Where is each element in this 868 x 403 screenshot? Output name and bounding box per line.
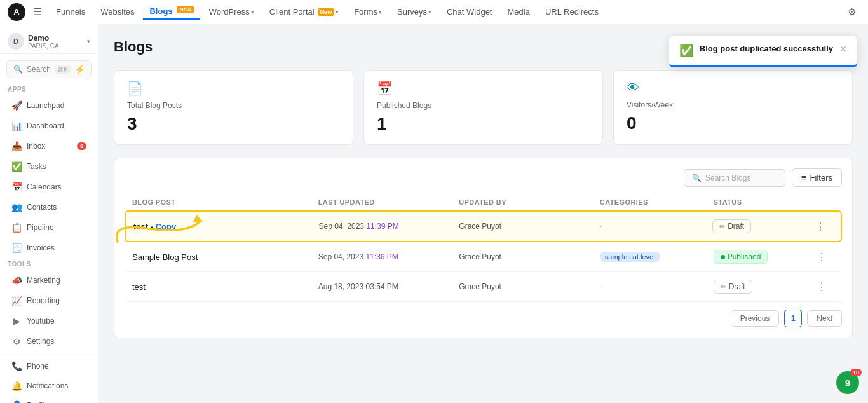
search-blogs-input[interactable]: 🔍 Search Blogs	[684, 169, 785, 187]
author-2: Grace Puyot	[459, 282, 595, 291]
sidebar-bottom: 📞 Phone 🔔 Notifications 👤 Profile	[0, 352, 98, 403]
toast-message: Blog post duplicated successfully	[700, 43, 833, 55]
nav-media[interactable]: Media	[501, 4, 536, 19]
blog-title-1[interactable]: Sample Blog Post	[132, 252, 313, 262]
top-nav-gear[interactable]: ⚙	[843, 3, 860, 21]
sidebar-item-marketing[interactable]: 📣 Marketing	[4, 271, 94, 290]
nav-chat-widget[interactable]: Chat Widget	[440, 4, 499, 19]
nav-client-portal[interactable]: Client Portal New ▾	[263, 4, 345, 19]
nav-websites[interactable]: Websites	[94, 4, 140, 19]
main-content: Blogs 💬 Send Feedback ⚙ 📄 Total Blog Pos…	[98, 24, 868, 403]
account-name: Demo	[28, 34, 59, 43]
row-menu-2[interactable]: ⋮	[809, 281, 834, 293]
blog-title-0[interactable]: test - Copy	[133, 222, 314, 231]
filters-button[interactable]: ≡ Filters	[792, 168, 842, 187]
sidebar-item-pipeline[interactable]: 📋 Pipeline	[4, 218, 94, 237]
top-nav: A ☰ Funnels Websites Blogs New WordPress…	[0, 0, 868, 24]
nav-funnels[interactable]: Funnels	[50, 4, 92, 19]
invoices-icon: 🧾	[11, 243, 22, 253]
stat-total-blog-posts: 📄 Total Blog Posts 3	[114, 70, 353, 145]
pencil-icon: ✏	[721, 283, 726, 291]
sidebar-item-tasks[interactable]: ✅ Tasks	[4, 157, 94, 176]
sidebar-item-profile[interactable]: 👤 Profile	[4, 396, 94, 403]
sidebar-item-dashboard[interactable]: 📊 Dashboard	[4, 116, 94, 135]
search-blogs-icon: 🔍	[692, 174, 702, 182]
status-1[interactable]: Published	[714, 250, 804, 264]
sidebar-item-youtube[interactable]: ▶ Youtube	[4, 311, 94, 331]
previous-button[interactable]: Previous	[731, 310, 780, 327]
date-2: Aug 18, 2023 03:54 PM	[318, 282, 454, 291]
table-row: Sample Blog Post Sep 04, 2023 11:36 PM G…	[125, 242, 842, 272]
blogs-badge: New	[177, 6, 194, 13]
stat-visitors-week: 👁 Visitors/Week 0	[613, 70, 853, 145]
stat-icon-blog-posts: 📄	[127, 81, 340, 96]
surveys-dropdown-arrow: ▾	[428, 9, 431, 15]
blog-table-container: 🔍 Search Blogs ≡ Filters Blog Post Last …	[114, 158, 853, 338]
sidebar-item-reporting[interactable]: 📈 Reporting	[4, 291, 94, 310]
status-0[interactable]: ✏ Draft	[712, 219, 803, 233]
category-0: -	[599, 222, 707, 231]
client-portal-badge: New	[318, 8, 335, 16]
status-2[interactable]: ✏ Draft	[714, 280, 804, 294]
nav-blogs[interactable]: Blogs New	[143, 4, 200, 20]
widget-icon: 9	[845, 378, 850, 388]
lightning-icon: ⚡	[74, 64, 85, 74]
sidebar-item-calendars[interactable]: 📅 Calendars	[4, 177, 94, 196]
stat-label-blog-posts: Total Blog Posts	[127, 101, 340, 110]
sidebar-item-contacts[interactable]: 👥 Contacts	[4, 198, 94, 217]
toast-notification: ✅ Blog post duplicated successfully ✕	[668, 35, 858, 67]
sidebar-search[interactable]: 🔍 Search ⌘K ⚡	[6, 60, 92, 78]
forms-dropdown-arrow: ▾	[379, 9, 382, 15]
toast-close-button[interactable]: ✕	[839, 44, 847, 54]
page-title: Blogs	[114, 39, 153, 55]
date-0: Sep 04, 2023 11:39 PM	[319, 222, 454, 231]
stat-value-published: 1	[377, 114, 590, 134]
account-sub: PARIS, CA	[28, 43, 59, 50]
nav-forms[interactable]: Forms ▾	[348, 4, 388, 19]
account-avatar: D	[8, 33, 24, 50]
profile-icon: 👤	[11, 400, 22, 403]
date-1: Sep 04, 2023 11:36 PM	[318, 252, 454, 261]
stat-icon-visitors: 👁	[627, 81, 839, 95]
table-row: test Aug 18, 2023 03:54 PM Grace Puyot -…	[125, 272, 842, 302]
account-arrow-icon: ▾	[87, 38, 90, 44]
sidebar-item-launchpad[interactable]: 🚀 Launchpad	[4, 96, 94, 115]
sidebar-item-notifications[interactable]: 🔔 Notifications	[4, 376, 94, 395]
page-number[interactable]: 1	[784, 310, 802, 327]
app-logo: A	[8, 3, 25, 21]
pencil-icon: ✏	[719, 222, 725, 231]
inbox-badge: 6	[77, 142, 86, 150]
calendars-icon: 📅	[11, 182, 22, 192]
published-dot	[721, 255, 725, 259]
next-button[interactable]: Next	[807, 310, 842, 327]
client-portal-dropdown-arrow: ▾	[336, 9, 339, 15]
stat-published-blogs: 📅 Published Blogs 1	[363, 70, 603, 145]
nav-wordpress[interactable]: WordPress ▾	[203, 4, 261, 19]
notifications-icon: 🔔	[11, 381, 22, 391]
nav-surveys[interactable]: Surveys ▾	[391, 4, 438, 19]
search-icon: 🔍	[13, 65, 23, 74]
stat-value-visitors: 0	[627, 113, 839, 133]
stat-label-visitors: Visitors/Week	[627, 100, 839, 109]
blog-title-2[interactable]: test	[132, 282, 313, 292]
row-menu-0[interactable]: ⋮	[808, 221, 833, 233]
category-1: sample cat level	[600, 252, 709, 261]
account-switcher[interactable]: D Demo PARIS, CA ▾	[0, 29, 98, 54]
hamburger-icon[interactable]: ☰	[33, 6, 42, 18]
stats-row: 📄 Total Blog Posts 3 📅 Published Blogs 1…	[114, 70, 853, 145]
author-1: Grace Puyot	[459, 252, 595, 261]
category-2: -	[600, 282, 709, 291]
nav-url-redirects[interactable]: URL Redirects	[539, 4, 605, 19]
sidebar-item-inbox[interactable]: 📥 Inbox 6	[4, 137, 94, 156]
bottom-right-widget[interactable]: 9 18	[836, 371, 859, 394]
row-menu-1[interactable]: ⋮	[809, 251, 834, 263]
table-row: test - Copy Sep 04, 2023 11:39 PM Grace …	[125, 210, 842, 242]
youtube-icon: ▶	[11, 316, 22, 326]
sidebar: D Demo PARIS, CA ▾ 🔍 Search ⌘K ⚡ Apps 🚀 …	[0, 24, 98, 403]
sidebar-item-invoices[interactable]: 🧾 Invoices	[4, 238, 94, 257]
sidebar-item-phone[interactable]: 📞 Phone	[4, 357, 94, 376]
sidebar-item-settings[interactable]: ⚙ Settings	[4, 332, 94, 351]
blog-table-header: 🔍 Search Blogs ≡ Filters	[125, 168, 842, 187]
phone-icon: 📞	[11, 361, 22, 371]
inbox-icon: 📥	[11, 141, 22, 151]
